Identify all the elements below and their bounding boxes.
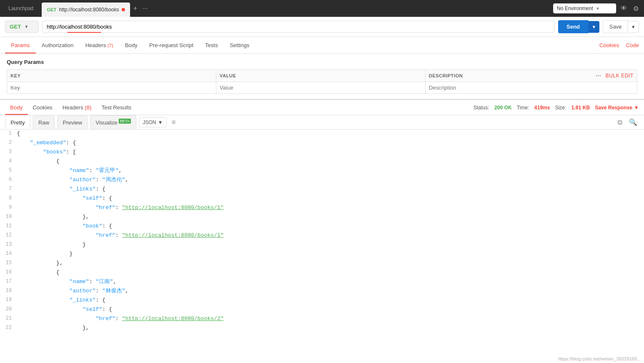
save-response-chevron-icon: ▼ [634,105,639,111]
save-btn-group: Save ▼ [603,20,639,33]
save-response-button[interactable]: Save Response ▼ [595,105,639,111]
bulk-edit-button[interactable]: Bulk Edit [605,73,633,79]
code-tab-pretty[interactable]: Pretty [5,116,30,129]
tab-body[interactable]: Body [119,37,144,53]
code-tab-raw[interactable]: Raw [33,116,55,129]
cookies-link[interactable]: Cookies [599,42,619,48]
response-tab-body[interactable]: Body [5,100,28,115]
code-line: 3 "books": [ [0,148,644,157]
code-line: 14 } [0,250,644,259]
line-number: 9 [0,204,17,212]
line-number: 18 [0,287,17,295]
save-button[interactable]: Save [603,20,628,33]
tab-prerequest[interactable]: Pre-request Script [144,37,200,53]
params-section: Query Params KEY VALUE DESCRIPTION ··· [0,54,644,99]
value-input-cell[interactable] [216,82,425,94]
line-content: { [17,268,644,277]
key-input[interactable] [11,85,213,91]
line-number: 1 [0,130,17,138]
line-number: 22 [0,324,17,332]
line-number: 17 [0,278,17,286]
line-number: 12 [0,231,17,239]
code-line: 19 "_links": { [0,296,644,305]
env-chevron-icon: ▼ [596,6,600,11]
tab-authorization[interactable]: Authorization [36,37,80,53]
line-content: { [17,157,644,166]
method-selector[interactable]: GET ▼ [5,21,39,33]
tab-dot [122,8,125,11]
tab-tests[interactable]: Tests [199,37,224,53]
env-selector: No Environment ▼ 👁 ⚙ [553,3,641,14]
col-value: VALUE [216,70,425,82]
code-line: 17 "name": "江南", [0,278,644,287]
code-tab-preview[interactable]: Preview [57,116,88,129]
line-number: 15 [0,259,17,267]
send-dropdown-button[interactable]: ▼ [588,21,600,33]
line-content: }, [17,324,644,333]
code-line: 11 "book": { [0,222,644,231]
line-number: 3 [0,148,17,156]
env-dropdown[interactable]: No Environment ▼ [553,3,616,13]
main-content: GET ▼ Send ▼ Save ▼ Params Authorization… [0,17,644,363]
send-button[interactable]: Send [558,20,588,33]
line-number: 2 [0,139,17,147]
eye-icon[interactable]: 👁 [619,3,629,14]
launchpad-label: Launchpad [3,5,38,11]
line-content: "self": { [17,194,644,203]
code-line: 13 } [0,241,644,250]
line-content: "name": "霍元甲", [17,167,644,175]
line-number: 13 [0,241,17,249]
json-format-dropdown[interactable]: JSON ▼ [139,117,167,127]
top-bar: Launchpad GET http://localhost:8080/book… [0,0,644,17]
code-line: 21 "href": "http://localhost:8080/books/… [0,315,644,324]
response-tab-test-results[interactable]: Test Results [96,100,136,115]
response-tab-headers[interactable]: Headers (8) [58,100,97,115]
url-input[interactable] [42,21,555,33]
desc-input[interactable] [429,85,633,91]
line-content: "_links": { [17,296,644,305]
copy-icon[interactable]: ⧉ [616,117,624,128]
json-dropdown-chevron-icon: ▼ [158,119,163,125]
code-link[interactable]: Code [626,42,639,48]
code-line: 20 "self": { [0,305,644,315]
code-line: 18 "author": "林俊杰", [0,287,644,296]
desc-input-cell[interactable] [425,82,637,94]
line-content: "books": [ [17,148,644,157]
line-number: 16 [0,268,17,276]
code-tab-visualize[interactable]: VisualizeBETA [90,115,136,129]
line-content: } [17,250,644,259]
gear-icon[interactable]: ⚙ [631,3,641,14]
line-content: "href": "http://localhost:8080/books/1" [17,231,644,240]
watermark: https://blog.csdn.net/weixin_39329168... [558,356,641,361]
code-line: 10 }, [0,213,644,222]
more-tabs-button[interactable]: ··· [141,3,149,14]
tab-params[interactable]: Params [5,37,36,53]
url-input-wrapper [42,21,555,33]
code-line: 22 }, [0,324,644,333]
search-icon[interactable]: 🔍 [627,117,639,128]
three-dots-icon[interactable]: ··· [596,72,601,79]
filter-icon[interactable]: ≡ [172,119,176,126]
response-tab-cookies[interactable]: Cookies [28,100,58,115]
response-tabs-bar: Body Cookies Headers (8) Test Results St… [0,99,644,115]
time-value: 419ms [534,105,550,111]
query-params-title: Query Params [7,59,637,65]
send-btn-group: Send ▼ [558,20,600,33]
line-content: "_links": { [17,185,644,194]
code-line: 1{ [0,130,644,139]
new-tab-button[interactable]: + [132,3,139,14]
value-input[interactable] [220,85,422,91]
status-label: Status: [474,105,489,111]
key-input-cell[interactable] [7,82,216,94]
line-number: 5 [0,167,17,175]
request-tabs-right: Cookies Code [599,42,639,48]
tab-settings[interactable]: Settings [224,37,255,53]
tab-headers[interactable]: Headers (7) [80,37,119,53]
code-line: 15 }, [0,259,644,268]
line-content: "self": { [17,305,644,314]
active-tab[interactable]: GET http://localhost:8080/books [42,3,130,17]
code-tools-right: ⧉ 🔍 [616,117,639,128]
save-dropdown-button[interactable]: ▼ [628,21,639,33]
size-label: Size: [555,105,567,111]
line-number: 11 [0,222,17,230]
